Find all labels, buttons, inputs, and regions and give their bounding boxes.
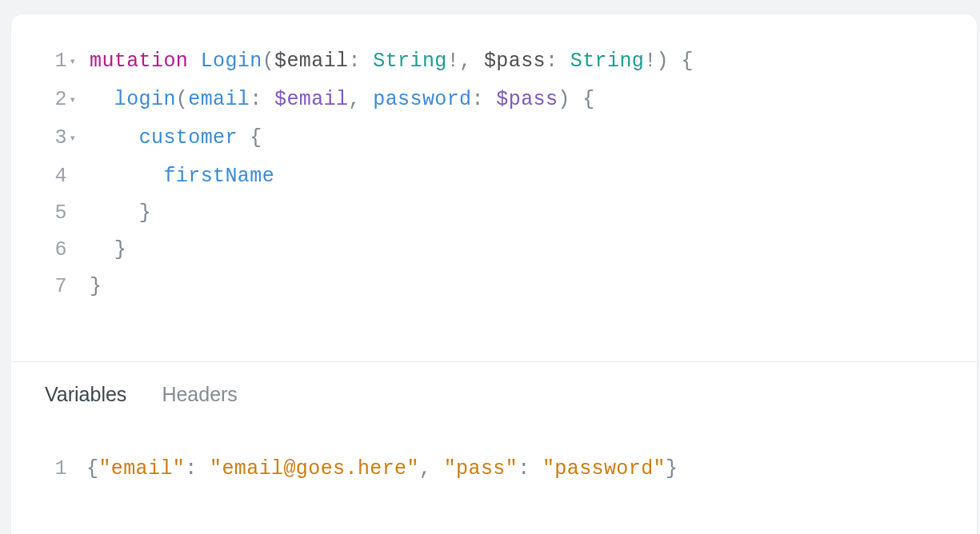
- code-token: (: [176, 88, 188, 111]
- code-token: ,: [348, 88, 360, 111]
- json-token: "password": [542, 457, 666, 480]
- code-token: }: [90, 275, 102, 298]
- code-token: [570, 88, 582, 111]
- code-token: :: [546, 50, 558, 73]
- json-token: {: [86, 457, 98, 480]
- code-token: $email: [274, 50, 348, 73]
- json-token: [431, 457, 443, 480]
- code-token: {: [250, 126, 262, 149]
- json-token: [530, 457, 542, 480]
- json-token: }: [666, 457, 678, 480]
- code-line: 4 firstName: [11, 158, 977, 195]
- code-content[interactable]: login(email: $email, password: $pass) {: [86, 82, 595, 118]
- code-token: ): [657, 50, 669, 73]
- code-token: [90, 238, 114, 261]
- fold-toggle-icon[interactable]: ▾: [70, 81, 86, 118]
- code-token: {: [681, 50, 693, 73]
- code-token: mutation: [90, 50, 188, 73]
- code-token: [472, 50, 484, 73]
- code-line: 6 }: [11, 232, 977, 269]
- code-token: $email: [274, 88, 348, 111]
- code-token: }: [114, 238, 126, 261]
- code-token: customer: [139, 126, 238, 149]
- code-token: !: [447, 50, 459, 73]
- code-token: login: [114, 88, 176, 111]
- code-token: !: [644, 50, 656, 73]
- code-content[interactable]: }: [86, 269, 102, 305]
- lower-pane-tabs: Variables Headers: [11, 362, 977, 406]
- code-content[interactable]: }: [86, 232, 126, 269]
- line-number: 7: [11, 269, 70, 305]
- fold-toggle-icon[interactable]: ▾: [70, 42, 86, 79]
- code-token: [484, 88, 496, 111]
- line-number: 3: [11, 120, 70, 157]
- code-content[interactable]: firstName: [86, 158, 274, 195]
- code-token: Login: [201, 50, 262, 73]
- variables-content[interactable]: {"email": "email@goes.here", "pass": "pa…: [67, 451, 678, 488]
- code-token: :: [250, 88, 262, 111]
- code-token: ): [558, 88, 570, 111]
- line-number: 1: [11, 451, 67, 488]
- graphql-playground-card: 1▾mutation Login($email: String!, $pass:…: [11, 14, 977, 534]
- code-content[interactable]: customer {: [86, 120, 262, 157]
- json-token: "email@goes.here": [210, 457, 419, 480]
- code-line: 1▾mutation Login($email: String!, $pass:…: [11, 43, 977, 82]
- tab-variables[interactable]: Variables: [45, 383, 126, 406]
- line-number: 5: [11, 195, 70, 232]
- variables-line: 1 {"email": "email@goes.here", "pass": "…: [11, 451, 977, 488]
- json-token: ,: [419, 457, 431, 480]
- code-token: (: [262, 50, 274, 73]
- code-content[interactable]: }: [86, 195, 151, 232]
- code-token: [558, 50, 570, 73]
- code-token: [188, 50, 200, 73]
- line-number: 6: [11, 232, 70, 269]
- code-token: [90, 165, 163, 188]
- code-line: 7}: [11, 269, 977, 305]
- code-token: [90, 201, 139, 225]
- code-token: [262, 88, 274, 111]
- code-token: $pass: [496, 88, 558, 111]
- json-token: [198, 457, 210, 480]
- code-token: ,: [459, 50, 471, 73]
- code-token: email: [188, 88, 250, 111]
- code-token: {: [582, 88, 594, 111]
- code-token: password: [373, 88, 471, 111]
- line-number: 2: [11, 82, 70, 118]
- code-token: $pass: [484, 50, 546, 73]
- code-content[interactable]: mutation Login($email: String!, $pass: S…: [86, 43, 694, 80]
- code-line: 5 }: [11, 195, 977, 232]
- line-number: 1: [11, 43, 70, 80]
- code-token: [90, 126, 139, 149]
- code-token: :: [472, 88, 484, 111]
- code-token: String: [373, 50, 446, 73]
- code-token: firstName: [163, 165, 274, 188]
- code-line: 2▾ login(email: $email, password: $pass)…: [11, 82, 977, 120]
- line-number: 4: [11, 158, 70, 195]
- code-token: String: [570, 50, 644, 73]
- code-token: [90, 88, 114, 111]
- code-token: [238, 126, 250, 149]
- json-token: :: [185, 457, 197, 480]
- variables-editor[interactable]: 1 {"email": "email@goes.here", "pass": "…: [11, 406, 977, 488]
- code-token: :: [348, 50, 360, 73]
- query-editor[interactable]: 1▾mutation Login($email: String!, $pass:…: [11, 14, 977, 305]
- code-token: }: [139, 201, 151, 225]
- code-line: 3▾ customer {: [11, 120, 977, 158]
- json-token: :: [518, 457, 530, 480]
- code-token: [361, 50, 373, 73]
- code-token: [361, 88, 373, 111]
- tab-headers[interactable]: Headers: [162, 383, 238, 406]
- code-token: [669, 50, 681, 73]
- fold-toggle-icon[interactable]: ▾: [70, 119, 86, 156]
- json-token: "pass": [444, 457, 518, 480]
- json-token: "email": [98, 457, 185, 480]
